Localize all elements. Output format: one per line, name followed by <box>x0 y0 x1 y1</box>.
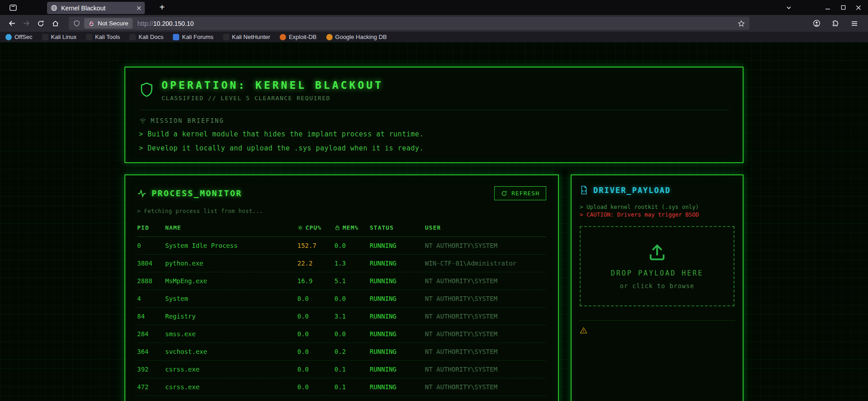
col-header-mem: MEM% <box>334 224 370 231</box>
reload-button[interactable] <box>33 17 48 30</box>
url-bar[interactable]: Not Secure http://10.200.150.10 <box>69 17 749 30</box>
url-scheme: http:// <box>138 20 153 27</box>
cell-mem: 0.1 <box>334 366 370 373</box>
cell-name: System <box>165 295 297 302</box>
table-row: 492wininit.exe0.00.2RUNNINGNT AUTHORITY\… <box>137 396 546 401</box>
cell-pid: 3804 <box>137 260 165 267</box>
window-minimize-button[interactable] <box>820 1 835 14</box>
url-host: 10.200.150.10 <box>153 20 194 27</box>
cell-pid: 392 <box>137 366 165 373</box>
driver-payload-panel: DRIVER_PAYLOAD > Upload kernel rootkit (… <box>571 174 744 401</box>
tab-title: Kernel Blackout <box>61 5 134 12</box>
home-button[interactable] <box>48 17 62 30</box>
tab-close-icon[interactable] <box>137 6 141 10</box>
bookmark-label: Kali NetHunter <box>232 34 271 40</box>
col-header-pid: PID <box>137 224 165 231</box>
cell-status: RUNNING <box>370 277 425 285</box>
process-monitor-panel: PROCESS_MONITOR REFRESH > Fetching proce… <box>124 174 559 401</box>
menu-hamburger-icon[interactable] <box>847 17 862 30</box>
process-status-line: > Fetching process list from host... <box>137 208 546 214</box>
bookmark-item[interactable]: Exploit-DB <box>280 34 316 40</box>
bookmark-item[interactable]: Kali Linux <box>42 34 76 40</box>
process-monitor-title: PROCESS_MONITOR <box>152 188 242 198</box>
cell-cpu: 0.0 <box>297 366 334 373</box>
bookmark-label: Kali Tools <box>95 34 120 40</box>
bookmark-item[interactable]: Google Hacking DB <box>326 34 387 40</box>
col-header-status: STATUS <box>370 224 425 231</box>
table-row: 0System Idle Process152.70.0RUNNINGNT AU… <box>137 237 546 255</box>
page-content: OPERATION: KERNEL BLACKOUT CLASSIFIED //… <box>0 42 868 401</box>
driver-payload-title: DRIVER_PAYLOAD <box>593 186 671 195</box>
cell-name: csrss.exe <box>165 366 297 373</box>
window-close-button[interactable] <box>851 1 866 14</box>
firefox-view-icon <box>9 4 17 12</box>
table-row: 364svchost.exe0.00.2RUNNINGNT AUTHORITY\… <box>137 343 546 361</box>
account-icon[interactable] <box>809 17 824 30</box>
cell-status: RUNNING <box>370 260 425 267</box>
payload-divider <box>579 320 735 321</box>
cell-cpu: 152.7 <box>297 242 334 249</box>
firefox-view-button[interactable] <box>5 2 21 14</box>
bookmark-item[interactable]: Kali Tools <box>86 34 120 40</box>
header-divider <box>139 110 729 110</box>
process-table-header: PID NAME CPU% <box>137 220 546 237</box>
cell-user: NT AUTHORITY\SYSTEM <box>425 383 546 391</box>
permissions-shield-icon[interactable] <box>73 20 80 27</box>
cell-status: RUNNING <box>370 383 425 391</box>
security-chip[interactable]: Not Secure <box>84 18 133 29</box>
upload-icon <box>647 243 668 262</box>
dropzone-subtitle: or click to browse <box>620 282 694 290</box>
cell-status: RUNNING <box>370 366 425 373</box>
table-row: 472csrss.exe0.00.1RUNNINGNT AUTHORITY\SY… <box>137 378 546 396</box>
cell-cpu: 0.0 <box>297 295 334 302</box>
cell-user: NT AUTHORITY\SYSTEM <box>425 313 546 320</box>
bookmark-item[interactable]: Kali NetHunter <box>223 34 271 40</box>
extensions-puzzle-icon[interactable] <box>828 17 843 30</box>
table-row: 392csrss.exe0.00.1RUNNINGNT AUTHORITY\SY… <box>137 361 546 378</box>
bookmark-favicon <box>280 34 286 40</box>
bookmark-item[interactable]: Kali Forums <box>173 34 213 40</box>
cell-status: RUNNING <box>370 242 425 249</box>
briefing-line: > Build a kernel module that hides the i… <box>139 130 729 138</box>
bookmark-star-icon[interactable] <box>738 20 745 27</box>
cell-name: MsMpEng.exe <box>165 277 297 285</box>
table-row: 4System0.00.0RUNNINGNT AUTHORITY\SYSTEM <box>137 290 546 308</box>
cell-cpu: 0.0 <box>297 383 334 391</box>
wifi-icon <box>139 117 147 124</box>
new-tab-button[interactable]: + <box>155 2 169 14</box>
browser-toolbar: Not Secure http://10.200.150.10 <box>0 15 868 32</box>
browser-tab[interactable]: Kernel Blackout <box>47 2 145 14</box>
bookmark-label: Kali Docs <box>138 34 163 40</box>
cell-cpu: 0.0 <box>297 313 334 320</box>
lock-slash-icon <box>88 20 95 27</box>
back-button[interactable] <box>5 17 19 30</box>
file-code-icon <box>580 185 588 195</box>
dropzone-title: DROP PAYLOAD HERE <box>611 269 704 277</box>
cell-pid: 472 <box>137 383 165 391</box>
bookmark-favicon <box>5 34 12 40</box>
window-maximize-button[interactable] <box>835 1 851 14</box>
payload-dropzone[interactable]: DROP PAYLOAD HERE or click to browse <box>580 226 734 306</box>
bookmark-favicon <box>223 34 229 40</box>
page-subtitle: CLASSIFIED // LEVEL 5 CLEARANCE REQUIRED <box>162 95 383 101</box>
cell-mem: 0.2 <box>334 348 370 355</box>
cpu-gear-icon <box>297 225 303 231</box>
cell-mem: 1.3 <box>334 260 370 267</box>
cell-name: csrss.exe <box>165 383 297 391</box>
cell-mem: 5.1 <box>334 277 370 285</box>
globe-icon <box>51 5 57 11</box>
browser-titlebar: Kernel Blackout + <box>0 0 868 15</box>
cell-status: RUNNING <box>370 330 425 338</box>
cell-status: RUNNING <box>370 313 425 320</box>
cell-mem: 3.1 <box>334 313 370 320</box>
bookmark-item[interactable]: Kali Docs <box>129 34 163 40</box>
bookmark-item[interactable]: OffSec <box>5 34 33 40</box>
cell-pid: 284 <box>137 330 165 338</box>
table-row: 2888MsMpEng.exe16.95.1RUNNINGNT AUTHORIT… <box>137 272 546 290</box>
table-row: 3804python.exe22.21.3RUNNINGWIN-CTF-01\A… <box>137 255 546 272</box>
refresh-button[interactable]: REFRESH <box>494 186 546 200</box>
cell-user: NT AUTHORITY\SYSTEM <box>425 330 546 338</box>
bookmarks-bar: OffSecKali LinuxKali ToolsKali DocsKali … <box>0 32 868 42</box>
forward-button[interactable] <box>19 17 33 30</box>
list-tabs-chevron-icon[interactable] <box>781 1 796 14</box>
